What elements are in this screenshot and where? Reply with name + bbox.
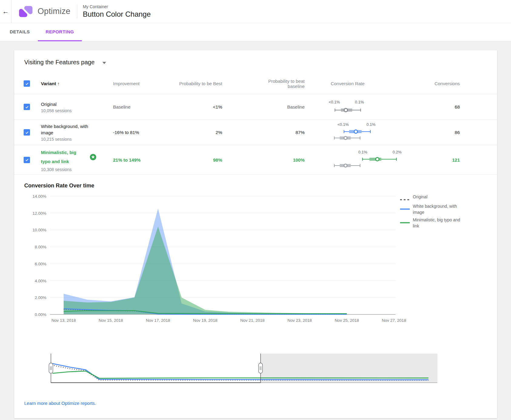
variant-sessions: 10,058 sessions <box>41 108 113 113</box>
variant-name: Minimalistic, big typo and link <box>41 148 84 166</box>
confidence-interval-chart: <0.1%0.1% <box>305 98 405 115</box>
time-range-scrubber[interactable] <box>45 351 454 385</box>
brand-name: Optimize <box>38 7 70 16</box>
svg-text:Nov 17, 2018: Nov 17, 2018 <box>146 318 170 323</box>
legend-item[interactable]: White background, with image <box>400 203 477 215</box>
learn-more-link[interactable]: Learn more about Optimize reports. <box>24 401 96 406</box>
variant-sessions: 10,308 sessions <box>41 167 113 172</box>
probability-beat-baseline-value: 87% <box>222 130 305 135</box>
table-body: Original10,058 sessionsBaseline<1%Baseli… <box>14 94 497 175</box>
chart-title: Conversion Rate Over time <box>24 183 497 189</box>
check-icon <box>25 158 29 162</box>
back-arrow-icon: ← <box>2 8 9 15</box>
header-divider <box>77 5 77 18</box>
objective-selector[interactable]: Visiting the Features page <box>24 59 497 66</box>
tab-reporting[interactable]: REPORTING <box>38 23 82 41</box>
line-swatch-icon <box>400 217 410 229</box>
svg-text:Nov 25, 2018: Nov 25, 2018 <box>335 318 359 323</box>
column-header-prob-beat[interactable]: Probability to beat baseline <box>222 79 305 89</box>
confidence-interval-chart: 0.1%0.2% <box>305 149 405 170</box>
svg-text:<0.1%: <0.1% <box>337 122 349 127</box>
svg-text:Nov 23, 2018: Nov 23, 2018 <box>287 318 312 323</box>
select-all-checkbox[interactable] <box>24 80 30 87</box>
svg-text:Nov 21, 2018: Nov 21, 2018 <box>240 318 265 323</box>
line-swatch-icon <box>400 203 410 215</box>
svg-text:12.00%: 12.00% <box>32 211 46 216</box>
improvement-value: Baseline <box>113 104 178 109</box>
column-header-prob-best[interactable]: Probability to be Best <box>178 81 222 86</box>
report-card: Visiting the Features page Variant ↑ Imp… <box>14 50 497 418</box>
time-range-scrubber-area <box>45 351 497 387</box>
main-content: Visiting the Features page Variant ↑ Imp… <box>0 50 511 418</box>
tab-details[interactable]: DETAILS <box>2 23 38 41</box>
optimize-logo-icon <box>18 4 33 19</box>
column-header-variant[interactable]: Variant ↑ <box>41 81 113 86</box>
svg-text:8.00%: 8.00% <box>35 245 46 249</box>
row-checkbox[interactable] <box>24 157 30 163</box>
scrubber-right-handle[interactable] <box>259 363 262 373</box>
probability-beat-baseline-value: 100% <box>222 157 305 163</box>
svg-text:0.1%: 0.1% <box>355 100 364 104</box>
svg-text:10.00%: 10.00% <box>32 228 46 232</box>
improvement-value: 21% to 149% <box>113 157 178 163</box>
probability-best-value: 2% <box>178 130 222 135</box>
table-row: Minimalistic, big typo and link10,308 se… <box>14 145 497 175</box>
svg-text:0.1%: 0.1% <box>366 122 376 127</box>
svg-text:Nov 13, 2018: Nov 13, 2018 <box>52 318 76 323</box>
column-header-conversions[interactable]: Conversions <box>417 81 460 86</box>
experiment-titles: My Container Button Color Change <box>83 4 151 18</box>
legend-label: Original <box>413 194 427 202</box>
leader-star-icon <box>89 153 97 161</box>
legend-label: White background, with image <box>413 203 467 215</box>
table-row: White background, with image10,215 sessi… <box>14 120 497 145</box>
svg-text:Nov 27, 2018: Nov 27, 2018 <box>382 318 406 323</box>
column-header-conversion-rate[interactable]: Conversion Rate <box>305 81 417 86</box>
probability-beat-baseline-value: Baseline <box>222 104 305 109</box>
variant-sessions: 10,215 sessions <box>41 137 113 142</box>
svg-text:0.00%: 0.00% <box>35 312 46 317</box>
svg-text:2.00%: 2.00% <box>35 295 46 300</box>
scrubber-left-handle[interactable] <box>49 363 53 373</box>
dashed-line-swatch-icon <box>400 194 410 202</box>
table-header-row: Variant ↑ Improvement Probability to be … <box>14 73 497 94</box>
conversions-value: 86 <box>417 130 460 135</box>
top-bar: ← Optimize My Container Button Color Cha… <box>0 0 511 23</box>
row-checkbox[interactable] <box>24 129 30 136</box>
svg-text:<0.1%: <0.1% <box>329 100 340 104</box>
svg-text:0.1%: 0.1% <box>358 150 367 154</box>
check-icon <box>25 82 29 86</box>
legend-item[interactable]: Minimalistic, big typo and link <box>400 217 477 229</box>
variant-name: Original <box>41 101 57 107</box>
probability-best-value: 98% <box>178 157 222 163</box>
conversions-value: 121 <box>417 157 460 163</box>
container-label: My Container <box>83 4 151 9</box>
svg-text:6.00%: 6.00% <box>35 262 46 266</box>
column-header-improvement[interactable]: Improvement <box>113 81 178 86</box>
chart-legend: OriginalWhite background, with imageMini… <box>400 194 477 230</box>
conversion-rate-chart-area: 14.00%12.00%10.00%8.00%6.00%4.00%2.00%0.… <box>14 189 497 326</box>
tab-bar: DETAILS REPORTING <box>0 23 511 41</box>
table-row: Original10,058 sessionsBaseline<1%Baseli… <box>14 94 497 120</box>
svg-text:0.2%: 0.2% <box>392 150 402 154</box>
probability-best-value: <1% <box>178 104 222 109</box>
legend-item[interactable]: Original <box>400 194 477 202</box>
legend-label: Minimalistic, big typo and link <box>413 217 467 229</box>
conversions-value: 68 <box>417 104 460 109</box>
improvement-value: -16% to 81% <box>113 130 178 135</box>
svg-text:4.00%: 4.00% <box>35 279 46 283</box>
page-title: Button Color Change <box>83 10 151 18</box>
back-button[interactable]: ← <box>0 0 12 23</box>
chevron-down-icon <box>102 62 106 64</box>
confidence-interval-chart: <0.1%0.1% <box>305 122 405 142</box>
variant-name: White background, with image <box>41 123 93 136</box>
sort-ascending-icon: ↑ <box>57 81 60 86</box>
check-icon <box>25 105 29 109</box>
svg-text:Nov 19, 2018: Nov 19, 2018 <box>193 318 217 323</box>
objective-label: Visiting the Features page <box>24 59 95 66</box>
check-icon <box>25 130 29 135</box>
svg-text:Nov 15, 2018: Nov 15, 2018 <box>99 318 123 323</box>
svg-text:14.00%: 14.00% <box>32 194 46 199</box>
optimize-brand: Optimize <box>18 4 70 19</box>
row-checkbox[interactable] <box>24 104 30 110</box>
